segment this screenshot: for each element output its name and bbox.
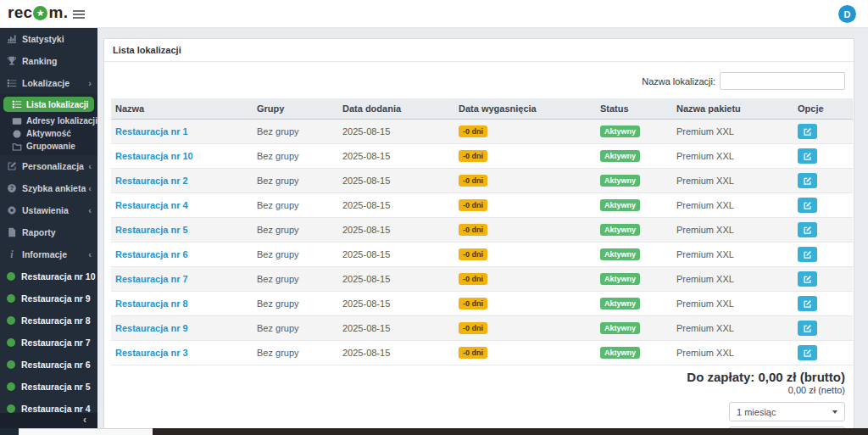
location-name-input[interactable]: [720, 72, 845, 90]
sidebar-location-restauracja-nr-9[interactable]: Restauracja nr 9: [0, 287, 97, 310]
main-content: Lista lokalizacji Nazwa lokalizacji: Naz…: [97, 28, 868, 428]
edit-button[interactable]: [798, 345, 817, 360]
location-link[interactable]: Restauracja nr 2: [115, 176, 188, 186]
top-header: rec ★ m. D: [0, 0, 868, 28]
sidebar-location-restauracja-nr-6[interactable]: Restauracja nr 6: [0, 354, 97, 376]
amount-due-brutto: Do zapłaty: 0,00 zł (brutto): [608, 370, 845, 384]
sidebar-item-label: Informacje: [22, 249, 67, 259]
expiry-badge: -0 dni: [459, 322, 487, 335]
sidebar-item-raporty[interactable]: Raporty: [0, 221, 97, 243]
location-link[interactable]: Restauracja nr 10: [115, 151, 193, 161]
status-badge: Aktywny: [600, 298, 640, 310]
edit-button[interactable]: [798, 222, 817, 237]
edit-button[interactable]: [798, 124, 817, 139]
name-cell: Restauracja nr 1: [111, 120, 253, 144]
sidebar-item-personalizacja[interactable]: Personalizacja‹: [0, 155, 97, 177]
edit-button[interactable]: [798, 271, 817, 287]
status-badge: Aktywny: [600, 125, 640, 138]
sidebar-location-restauracja-nr-5[interactable]: Restauracja nr 5: [0, 376, 97, 398]
chevron-collapsed-icon: ‹: [88, 250, 92, 259]
expiry-badge: -0 dni: [459, 273, 487, 286]
date-added-cell: 2025-08-15: [338, 267, 454, 292]
pencil-square-icon: [803, 349, 812, 358]
sidebar-item-informacje[interactable]: iInformacje‹: [0, 243, 97, 265]
sidebar-item-aktywnosc[interactable]: Aktywność: [0, 127, 97, 140]
edit-button[interactable]: [798, 247, 817, 262]
filter-row: Nazwa lokalizacji:: [111, 72, 845, 90]
sidebar-location-label: Restauracja nr 8: [21, 315, 91, 326]
amount-netto: 0,00 zł (netto): [608, 385, 845, 395]
circle-icon: [11, 129, 22, 139]
package-cell: Premium XXL: [672, 316, 793, 341]
green-dot-icon: [7, 316, 15, 325]
date-added-cell: 2025-08-15: [338, 120, 454, 144]
sidebar-location-restauracja-nr-7[interactable]: Restauracja nr 7: [0, 332, 97, 354]
period-select[interactable]: 1 miesiąc: [729, 402, 845, 421]
sidebar-item-label: Lokalizacje: [22, 78, 70, 88]
location-link[interactable]: Restauracja nr 1: [115, 126, 188, 137]
status-cell: Aktywny: [596, 144, 672, 169]
logo-text-prefix: rec: [8, 3, 32, 22]
name-cell: Restauracja nr 8: [111, 292, 253, 316]
location-link[interactable]: Restauracja nr 7: [115, 274, 188, 284]
sidebar-item-statystyki[interactable]: Statystyki: [0, 28, 97, 50]
package-cell: Premium XXL: [672, 292, 793, 316]
sidebar-location-label: Restauracja nr 9: [21, 293, 91, 304]
location-link[interactable]: Restauracja nr 6: [115, 249, 188, 259]
sidebar-location-restauracja-nr-8[interactable]: Restauracja nr 8: [0, 310, 97, 332]
folder-icon: [11, 142, 22, 152]
sidebar-menu: StatystykiRankingLokalizacje›Lista lokal…: [0, 28, 97, 265]
location-link[interactable]: Restauracja nr 8: [115, 298, 188, 309]
sidebar-submenu: Lista lokalizacjiAdresy lokalizacjiAktyw…: [0, 94, 97, 155]
expiry-badge: -0 dni: [459, 347, 487, 360]
edit-button[interactable]: [798, 148, 817, 164]
status-badge: Aktywny: [600, 322, 640, 335]
expiry-badge: -0 dni: [459, 248, 487, 261]
expiry-cell: -0 dni: [454, 218, 596, 243]
sidebar-item-adresy-lokalizacji[interactable]: Adresy lokalizacji: [0, 114, 97, 127]
sidebar-item-szybka-ankieta[interactable]: ?Szybka ankieta‹: [0, 177, 97, 199]
group-cell: Bez grupy: [253, 120, 338, 144]
options-cell: [793, 169, 853, 193]
logo-text-suffix: m.: [48, 3, 68, 22]
location-link[interactable]: Restauracja nr 3: [115, 348, 188, 358]
sidebar-item-label: Adresy lokalizacji: [26, 116, 97, 125]
locations-table: NazwaGrupyData dodaniaData wygasnięciaSt…: [111, 98, 853, 365]
group-cell: Bez grupy: [253, 169, 338, 193]
sidebar-item-ranking[interactable]: Ranking: [0, 50, 97, 72]
location-link[interactable]: Restauracja nr 4: [115, 200, 188, 210]
status-cell: Aktywny: [596, 341, 672, 365]
sidebar-item-lista-lokalizacji[interactable]: Lista lokalizacji: [3, 97, 94, 112]
status-cell: Aktywny: [596, 316, 672, 341]
status-cell: Aktywny: [596, 267, 672, 292]
table-row: Restauracja nr 2Bez grupy2025-08-15-0 dn…: [111, 169, 853, 193]
green-dot-icon: [7, 294, 15, 303]
location-link[interactable]: Restauracja nr 5: [115, 225, 188, 235]
green-dot-icon: [7, 404, 15, 413]
sidebar-location-restauracja-nr-10[interactable]: Restauracja nr 10: [0, 265, 97, 287]
table-row: Restauracja nr 7Bez grupy2025-08-15-0 dn…: [111, 267, 853, 292]
sidebar-item-label: Ustawienia: [22, 205, 69, 215]
edit-button[interactable]: [798, 198, 817, 213]
expiry-cell: -0 dni: [454, 243, 596, 267]
date-added-cell: 2025-08-15: [338, 341, 454, 365]
edit-button[interactable]: [798, 296, 817, 311]
bar-chart-icon: [6, 34, 18, 44]
app-logo[interactable]: rec ★ m.: [8, 3, 68, 22]
column-header-nazwa-pakietu: Nazwa pakietu: [672, 98, 793, 120]
user-avatar[interactable]: D: [838, 5, 856, 23]
location-link[interactable]: Restauracja nr 9: [115, 323, 188, 333]
options-cell: [793, 341, 853, 365]
pencil-square-icon: [803, 299, 812, 309]
sidebar-item-grupowanie[interactable]: Grupowanie: [0, 140, 97, 153]
date-added-cell: 2025-08-15: [338, 193, 454, 218]
edit-button[interactable]: [798, 173, 817, 188]
options-cell: [793, 267, 853, 292]
edit-button[interactable]: [798, 321, 817, 336]
sidebar: StatystykiRankingLokalizacje›Lista lokal…: [0, 28, 97, 428]
sidebar-item-ustawienia[interactable]: Ustawienia‹: [0, 199, 97, 221]
sidebar-item-lokalizacje[interactable]: Lokalizacje›: [0, 72, 97, 94]
taskbar-strip: [0, 428, 868, 435]
hamburger-menu-icon[interactable]: [73, 9, 86, 20]
sidebar-collapse-button[interactable]: ‹: [0, 413, 97, 428]
